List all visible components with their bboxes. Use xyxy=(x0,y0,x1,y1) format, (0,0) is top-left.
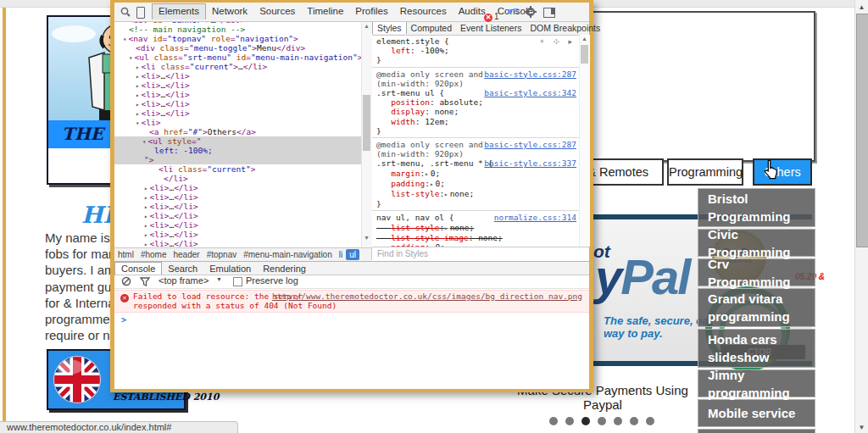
scroll-down-arrow[interactable]: ▼ xyxy=(362,235,371,241)
breadcrumb-header[interactable]: header xyxy=(170,248,203,261)
dom-tree-node[interactable]: ▸<li class="current">…</li> xyxy=(114,62,371,71)
devtools-tab-sources[interactable]: Sources xyxy=(253,3,301,19)
css-rule-line[interactable]: } xyxy=(372,126,579,136)
stylesheet-source-link[interactable]: basic-style.css:337 xyxy=(484,158,576,168)
styles-action-icons[interactable]: + ⊹ ▸ xyxy=(540,37,576,46)
settings-gear-icon[interactable] xyxy=(525,6,537,18)
stylesheet-source-link[interactable]: basic-style.css:287 xyxy=(484,140,576,149)
find-in-styles-input[interactable]: Find in Styles xyxy=(372,247,589,260)
dom-tree-node[interactable]: ▾<li> xyxy=(114,118,371,127)
dom-tree-node[interactable]: ▸<li>…</li> xyxy=(114,108,371,118)
preserve-log-label[interactable]: Preserve log xyxy=(246,275,298,286)
stylesheet-source-link[interactable]: normalize.css:314 xyxy=(494,213,576,222)
console-tab-rendering[interactable]: Rendering xyxy=(257,263,312,275)
inspect-search-icon[interactable] xyxy=(120,7,131,17)
css-rule-line[interactable]: basic-style.css:287@media only screen an… xyxy=(372,140,579,149)
dom-tree-node[interactable]: ▸<li>…</li> xyxy=(114,183,371,192)
dom-tree-node[interactable]: ▸<li>…</li> xyxy=(114,71,371,80)
css-rule-line[interactable]: position: absolute; xyxy=(372,97,579,107)
scroll-up-arrow[interactable]: ▲ xyxy=(580,36,589,42)
dom-tree-node[interactable]: <!-- main navigation --> xyxy=(114,25,371,34)
breadcrumb-ul[interactable]: ul xyxy=(346,249,359,260)
css-rule-line[interactable]: } xyxy=(372,199,579,208)
elements-scrollbar[interactable]: ▲ ▼ xyxy=(361,21,372,247)
dom-tree-node[interactable]: <li class="current"> xyxy=(114,164,371,174)
console-tab-search[interactable]: Search xyxy=(162,263,203,275)
css-rule-line[interactable]: display: none; xyxy=(372,107,579,116)
styles-tab-computed[interactable]: Computed xyxy=(407,22,456,34)
device-mode-icon[interactable] xyxy=(136,7,145,19)
css-rule-line[interactable]: left: -100%; xyxy=(372,46,579,55)
dom-tree-node[interactable]: ▸<li>…</li> xyxy=(114,220,371,230)
styles-scrollbar[interactable]: ▲ xyxy=(579,35,590,247)
css-rule-line[interactable]: margin:▸0; xyxy=(372,169,579,179)
breadcrumb-home[interactable]: #home xyxy=(137,248,170,261)
dropdown-item-bristol-programming[interactable]: BristolProgramming xyxy=(698,188,815,227)
dropdown-item-jimny-programming[interactable]: Jimny programming xyxy=(698,369,815,397)
dom-tree-node[interactable]: "> xyxy=(114,155,371,164)
carousel-dot-3[interactable] xyxy=(581,417,590,425)
dropdown-item-civic-programming[interactable]: Civic Programming xyxy=(698,229,815,257)
dom-tree-node[interactable]: ▾<nav id="topnav" role="navigation"> xyxy=(114,34,371,43)
dom-tree-node[interactable]: ▾<ul style=" xyxy=(114,136,371,146)
breadcrumb-li[interactable]: li xyxy=(336,248,346,261)
dropdown-item-crv-programming[interactable]: Crv Programming xyxy=(698,258,815,286)
css-rule-line[interactable]: normalize.css:314nav ul, nav ol { xyxy=(372,213,579,222)
dock-side-icon[interactable] xyxy=(543,8,555,18)
css-rule-line[interactable]: basic-style.css:342.srt-menu ul { xyxy=(372,88,579,97)
dom-tree-node[interactable]: ▸<li>…</li> xyxy=(114,99,371,108)
css-rule-line[interactable]: } xyxy=(372,55,579,64)
dom-tree-node[interactable]: ▸<li>…</li> xyxy=(114,90,371,99)
dom-tree-node[interactable]: <div class="menu-toggle">Menu</div> xyxy=(114,43,371,53)
dom-tree-node[interactable]: ▸<li>…</li> xyxy=(114,211,371,220)
devtools-tab-profiles[interactable]: Profiles xyxy=(349,3,393,19)
dom-tree-node[interactable]: ▸<li>…</li> xyxy=(114,230,371,239)
css-rule-line[interactable]: list-style-image: none; xyxy=(372,233,579,242)
css-rule-line[interactable]: list-style:▸none; xyxy=(372,189,579,199)
scroll-up-arrow[interactable]: ▲ xyxy=(855,3,868,11)
devtools-tab-resources[interactable]: Resources xyxy=(394,3,453,19)
carousel-dot-5[interactable] xyxy=(614,417,622,425)
scroll-down-arrow[interactable]: ▼ xyxy=(855,424,868,431)
filter-icon[interactable] xyxy=(140,277,150,286)
scrollbar-thumb[interactable] xyxy=(363,95,370,151)
dom-tree-node[interactable]: left: -100%; xyxy=(114,146,371,155)
dom-tree-node[interactable]: ▸<li>…</li> xyxy=(114,192,371,202)
console-tab-console[interactable]: Console xyxy=(114,262,162,275)
error-count-badge[interactable]: ✕1 xyxy=(484,8,499,23)
dropdown-item-mobile-service[interactable]: Mobile service xyxy=(698,399,815,427)
styles-tab-event-listeners[interactable]: Event Listeners xyxy=(456,22,526,34)
styles-tab-dom-breakpoints[interactable]: DOM Breakpoints xyxy=(526,22,604,34)
clear-console-icon[interactable] xyxy=(121,276,131,286)
carousel-dot-1[interactable] xyxy=(549,417,558,425)
css-rule-line[interactable]: (min-width: 920px) xyxy=(372,79,579,88)
css-rule-line[interactable]: (min-width: 920px) xyxy=(372,149,579,158)
dom-tree-node[interactable]: ▸<li>…</li> xyxy=(114,202,371,211)
scrollbar-thumb[interactable] xyxy=(581,45,588,64)
devtools-tab-elements[interactable]: Elements xyxy=(152,3,206,19)
carousel-dot-2[interactable] xyxy=(565,417,574,425)
breadcrumb-html[interactable]: html xyxy=(114,248,137,261)
nav-button-programming[interactable]: Programming xyxy=(667,158,743,186)
dom-tree-node[interactable]: </li> xyxy=(114,174,371,183)
carousel-dot-4[interactable] xyxy=(598,417,606,425)
frame-selector-caret-icon[interactable]: ▼ xyxy=(216,276,222,282)
devtools-tab-timeline[interactable]: Timeline xyxy=(301,3,349,19)
dropdown-item-honda-cars-slideshow[interactable]: Honda carsslideshow xyxy=(698,329,815,368)
console-drawer-icon[interactable]: »≡ xyxy=(507,5,519,17)
preserve-log-checkbox[interactable] xyxy=(233,277,242,286)
dropdown-item-grand-vitara-programming[interactable]: Grand vitaraprogramming xyxy=(698,288,815,327)
carousel-dot-6[interactable] xyxy=(630,417,638,425)
css-rule-line[interactable]: width: 12em; xyxy=(372,117,579,126)
scroll-up-arrow[interactable]: ▲ xyxy=(362,23,371,29)
scrollbar-thumb[interactable] xyxy=(856,14,868,247)
dom-tree-node[interactable]: ▸<li>…</li> xyxy=(114,80,371,90)
styles-tab-styles[interactable]: Styles xyxy=(372,21,407,34)
css-rule-line[interactable]: padding:▸0; xyxy=(372,179,579,189)
dropdown-item-clipped[interactable] xyxy=(698,429,815,433)
carousel-dot-7[interactable] xyxy=(646,417,654,425)
page-scrollbar[interactable]: ▲ ▼ xyxy=(854,0,868,433)
stylesheet-source-link[interactable]: basic-style.css:287 xyxy=(484,69,576,79)
devtools-tab-network[interactable]: Network xyxy=(206,3,253,19)
breadcrumb-menu-main-navigation[interactable]: #menu-main-navigation xyxy=(240,248,336,261)
